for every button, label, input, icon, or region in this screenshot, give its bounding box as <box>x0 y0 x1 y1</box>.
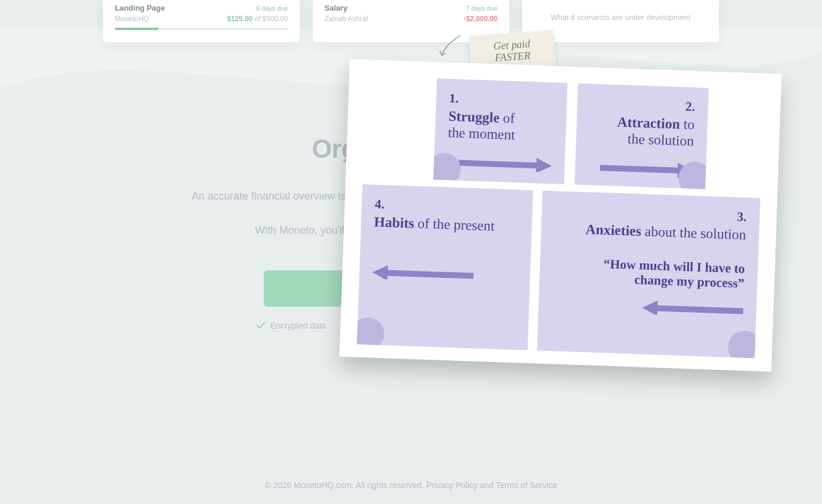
diagram-card-habits: 4. Habits of the present <box>357 184 533 350</box>
diagram-card-anxieties: 3. Anxieties about the solution “How muc… <box>537 191 760 359</box>
corner-circle-icon <box>727 330 760 359</box>
diagram-card-struggle: 1. Struggle of the moment <box>433 78 568 184</box>
card-landing-page: Landing Page 6 days due MonetoHQ $125.00… <box>103 0 300 42</box>
check-icon <box>256 321 266 330</box>
top-mini-dashboard: Landing Page 6 days due MonetoHQ $125.00… <box>103 0 719 42</box>
card-subtitle: Zainab Ashraf <box>324 15 368 23</box>
corner-circle-icon <box>357 317 385 350</box>
card-due: 7 days due <box>466 5 498 12</box>
sticky-note-text: Get paid FASTER <box>475 37 549 65</box>
card-title: Attraction to the solution <box>589 113 695 149</box>
arrow-right-icon <box>588 160 693 177</box>
card-number: 1. <box>449 91 554 110</box>
diagram-card-attraction: 2. Attraction to the solution <box>575 84 709 190</box>
svg-rect-2 <box>386 270 473 278</box>
card-amount: $125.00 of $500.00 <box>227 15 288 23</box>
card-number: 2. <box>590 95 695 114</box>
card-title: Landing Page <box>115 4 165 12</box>
card-amount: -$2,000.00 <box>464 15 498 23</box>
arrow-left-icon <box>372 264 518 284</box>
arrow-left-icon <box>551 297 744 317</box>
card-due: 6 days due <box>256 5 288 12</box>
forces-diagram-card: 1. Struggle of the moment 2. Attraction … <box>339 59 781 372</box>
card-number: 4. <box>374 197 520 217</box>
card-title: Habits of the present <box>374 214 519 236</box>
svg-rect-1 <box>600 165 679 174</box>
card-title: Anxieties about the solution <box>554 220 747 243</box>
card-subtitle: MonetoHQ <box>115 15 149 23</box>
card-title: Salary <box>324 4 347 12</box>
svg-rect-3 <box>656 306 743 314</box>
footer-text: © 2020 MonetoHQ.com. All rights reserved… <box>0 480 822 490</box>
card-text: What if scenarios are under development <box>534 4 707 22</box>
card-title: Struggle of the moment <box>448 108 553 144</box>
benefit-label: Encrypted data <box>270 321 326 330</box>
arrow-right-icon <box>447 155 552 173</box>
benefit-item: Encrypted data <box>256 321 326 330</box>
card-quote: “How much will I have to change my proce… <box>552 254 745 291</box>
svg-rect-0 <box>459 160 538 169</box>
progress-bar <box>115 28 288 30</box>
hand-drawn-arrow-icon <box>436 32 464 60</box>
